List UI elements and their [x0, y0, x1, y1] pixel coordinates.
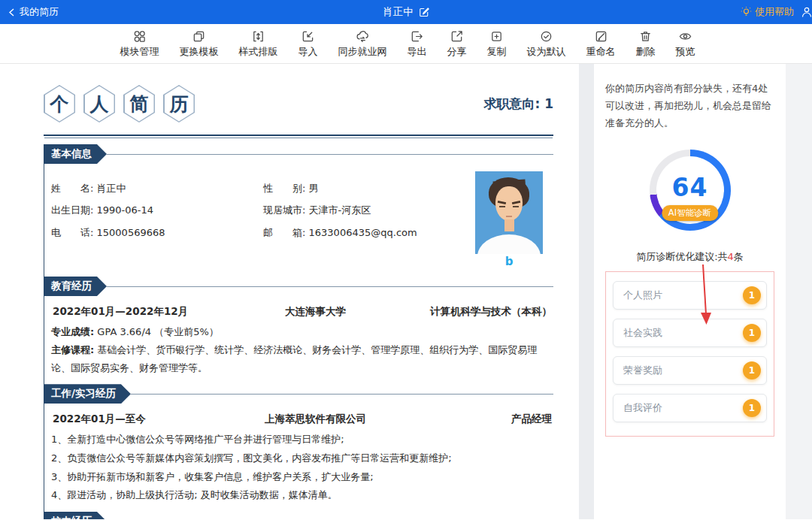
education-courses: 主修课程: 基础会计学、货币银行学、统计学、经济法概论、财务会计学、管理学原理、…	[51, 341, 553, 377]
toolbar-item-export[interactable]: 导出	[408, 29, 427, 59]
toolbar-item-copy[interactable]: 复制	[487, 29, 507, 59]
section-header: 教育经历	[44, 277, 553, 296]
toolbar-label: 预览	[676, 45, 695, 59]
work-date: 2022年01月—至今	[53, 413, 241, 426]
share-icon	[450, 29, 464, 44]
trash-icon	[638, 29, 653, 44]
title-hexagon: 个	[44, 85, 75, 122]
education-date: 2022年01月—2022年12月	[53, 305, 241, 319]
section-line	[131, 394, 553, 395]
section-basic-info[interactable]: 基本信息 姓 名: 肖正中 出生日期: 1990-06-14 电 话: 1500…	[44, 144, 553, 277]
field-email: 邮 箱: 1633006435@qq.com	[263, 222, 475, 243]
suggestion-label: 荣誉奖励	[623, 364, 662, 377]
top-bar: 我的简历 肖正中 使用帮助	[0, 0, 812, 24]
duplicate-icon	[489, 29, 504, 44]
toolbar: 模块管理 更换模板 样式排版 导入 同步就业网 导出	[0, 24, 812, 64]
score-ring: 64 AI智能诊断	[650, 150, 731, 231]
work-role: 产品经理	[390, 413, 552, 426]
field-gender: 性 别: 男	[263, 177, 475, 199]
toolbar-item-share[interactable]: 分享	[447, 29, 467, 59]
section-line	[107, 286, 553, 287]
section-tag: 教育经历	[44, 277, 107, 296]
document-title: 肖正中	[383, 5, 429, 19]
lightbulb-icon	[741, 7, 752, 18]
toolbar-label: 模块管理	[120, 45, 159, 59]
module-grid-icon	[132, 29, 147, 44]
diagnosis-panel: 你的简历内容尚有部分缺失，还有4处可以改进，再加把劲儿，机会总是留给准备充分的人…	[594, 64, 786, 519]
title-char: 简	[125, 86, 154, 122]
check-circle-icon	[539, 29, 553, 44]
suggestion-item-honors[interactable]: 荣誉奖励 1	[613, 356, 767, 385]
education-school: 大连海事大学	[241, 305, 390, 319]
title-hexagon: 人	[83, 85, 115, 122]
user-icon[interactable]	[798, 6, 812, 18]
toolbar-label: 更换模板	[180, 45, 219, 59]
toolbar-label: 重命名	[586, 45, 616, 59]
main-area: 个 人 简 历 求职意向: 1 基本信息 姓 名: 肖正中 出生日期: 1990…	[0, 64, 812, 519]
toolbar-label: 设为默认	[527, 45, 566, 59]
field-city: 现居城市: 天津市-河东区	[263, 199, 475, 221]
title-hexagon: 简	[123, 85, 155, 122]
section-header: 校内经历	[44, 512, 553, 519]
title-char: 人	[85, 86, 114, 122]
resume-title: 个 人 简 历 求职意向: 1	[44, 85, 553, 122]
document-title-text: 肖正中	[383, 5, 414, 19]
suggestion-item-photo[interactable]: 个人照片 1	[613, 281, 767, 310]
title-char: 个	[45, 86, 74, 122]
import-icon	[301, 29, 315, 44]
score-value: 64	[672, 173, 708, 208]
toolbar-item-sync-job-site[interactable]: 同步就业网	[338, 29, 387, 59]
toolbar-label: 同步就业网	[338, 45, 387, 59]
suggestion-count: 4	[728, 251, 734, 262]
toolbar-item-preview[interactable]: 预览	[676, 29, 695, 59]
job-objective[interactable]: 求职意向: 1	[483, 95, 553, 113]
toolbar-label: 删除	[636, 45, 656, 59]
content-divider	[579, 64, 594, 519]
field-name: 姓 名: 肖正中	[51, 177, 263, 199]
work-bullet: 1、全新打造中心微信公众号等网络推广平台并进行管理与日常维护;	[51, 431, 553, 449]
work-bullet: 2、负责微信公众号等新媒体内容策划撰写，图文美化，内容发布推广等日常运营和更新维…	[51, 449, 553, 468]
help-button[interactable]: 使用帮助	[741, 5, 794, 19]
ai-diagnose-badge[interactable]: AI智能诊断	[662, 205, 718, 221]
toolbar-item-set-default[interactable]: 设为默认	[527, 29, 566, 59]
education-major: 计算机科学与技术（本科）	[390, 305, 552, 319]
section-education[interactable]: 教育经历 2022年01月—2022年12月 大连海事大学 计算机科学与技术（本…	[44, 277, 553, 384]
toolbar-label: 样式排版	[239, 45, 278, 59]
suggestion-title: 简历诊断优化建议:共4条	[605, 250, 774, 264]
toolbar-item-change-template[interactable]: 更换模板	[180, 29, 219, 59]
scrollbar-gutter	[786, 64, 812, 519]
profile-photo[interactable]	[475, 171, 543, 254]
section-work-experience[interactable]: 工作/实习经历 2022年01月—至今 上海萃思软件有限公司 产品经理 1、全新…	[44, 384, 553, 512]
suggestion-label: 个人照片	[623, 289, 662, 302]
topbar-right: 使用帮助	[741, 5, 804, 19]
suggestion-item-self-evaluation[interactable]: 自我评价 1	[613, 394, 767, 422]
suggestion-item-social-practice[interactable]: 社会实践 1	[613, 319, 767, 347]
count-badge: 1	[743, 399, 761, 417]
toolbar-item-delete[interactable]: 删除	[636, 29, 656, 59]
back-button[interactable]: 我的简历	[8, 5, 59, 19]
chevron-left-icon	[8, 8, 16, 17]
basic-fields: 姓 名: 肖正中 出生日期: 1990-06-14 电 话: 150005696…	[51, 171, 475, 270]
toolbar-label: 导入	[298, 45, 318, 59]
template-copy-icon	[192, 29, 206, 44]
title-hexagon: 历	[163, 85, 195, 122]
section-campus-experience[interactable]: 校内经历 2022年01月—至今 其他 组织部 团队管理: 根据工作计划，完成学…	[44, 512, 553, 519]
section-tag: 工作/实习经历	[44, 384, 131, 404]
toolbar-item-style-layout[interactable]: 样式排版	[239, 29, 278, 59]
suggestion-label: 社会实践	[623, 326, 662, 340]
section-tag: 校内经历	[44, 512, 107, 519]
section-tag: 基本信息	[44, 144, 107, 164]
resume-document: 个 人 简 历 求职意向: 1 基本信息 姓 名: 肖正中 出生日期: 1990…	[0, 64, 579, 519]
suggestion-list: 个人照片 1 社会实践 1 荣誉奖励 1 自我评价 1	[605, 271, 774, 437]
count-badge: 1	[743, 286, 761, 304]
field-birthdate: 出生日期: 1990-06-14	[51, 199, 263, 221]
section-line	[107, 154, 553, 155]
red-arrow-icon	[698, 263, 714, 326]
toolbar-label: 复制	[487, 45, 507, 59]
toolbar-item-module-manage[interactable]: 模块管理	[120, 29, 159, 59]
toolbar-item-rename[interactable]: 重命名	[586, 29, 616, 59]
edit-icon[interactable]	[419, 7, 429, 17]
eye-icon	[678, 29, 692, 44]
toolbar-item-import[interactable]: 导入	[298, 29, 318, 59]
count-badge: 1	[743, 324, 761, 342]
